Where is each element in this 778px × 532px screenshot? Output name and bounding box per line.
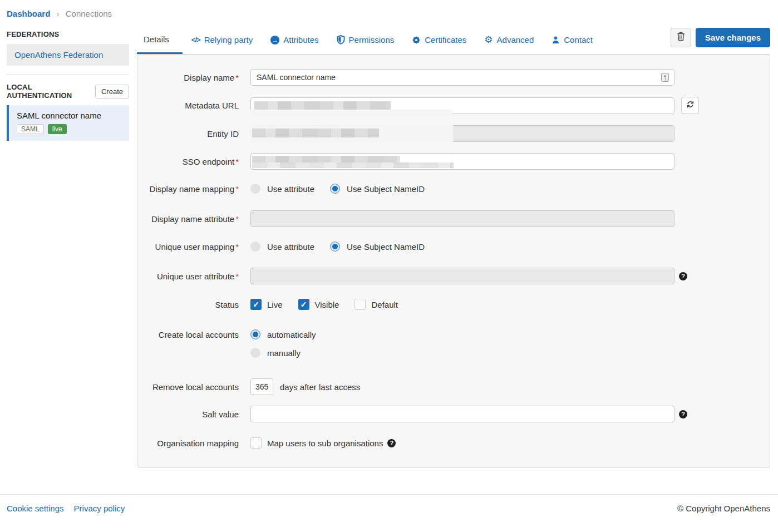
redacted-value — [254, 101, 391, 110]
visible-checkbox[interactable]: ✓ — [298, 299, 309, 310]
create-local-accounts-label: Create local accounts — [137, 330, 239, 339]
create-connection-button[interactable]: Create — [95, 85, 129, 98]
tab-contact-label: Contact — [564, 35, 593, 45]
create-local-accounts-row-2: manually — [137, 348, 770, 358]
tab-attributes[interactable]: → Attributes — [262, 26, 327, 54]
help-icon[interactable]: ? — [387, 439, 396, 447]
live-checkbox-label[interactable]: Live — [267, 300, 283, 309]
automatically-option-label[interactable]: automatically — [267, 330, 316, 339]
tab-permissions[interactable]: Permissions — [328, 26, 403, 54]
entity-id-label: Entity ID — [137, 129, 239, 139]
help-icon[interactable]: ? — [679, 272, 687, 280]
tab-details-label: Details — [144, 35, 169, 44]
tab-certificates-label: Certificates — [425, 35, 466, 45]
required-marker: * — [235, 214, 239, 224]
sidebar-item-saml-connector[interactable]: SAML connector name SAML live — [7, 105, 129, 141]
required-marker: * — [235, 272, 239, 281]
required-marker: * — [235, 184, 239, 194]
code-icon: </> — [191, 36, 200, 44]
metadata-url-row: Metadata URL — [137, 97, 770, 114]
breadcrumb: Dashboard › Connections — [0, 0, 778, 26]
unique-user-attribute-label: Unique user attribute* — [137, 272, 239, 281]
unique-user-attribute-input — [250, 268, 674, 284]
default-checkbox[interactable] — [354, 299, 366, 310]
arrow-circle-right-icon: → — [270, 36, 279, 45]
live-status-badge: live — [48, 124, 67, 134]
unique-user-use-subject-nameid-radio[interactable] — [330, 242, 340, 252]
tab-relying-party[interactable]: </> Relying party — [183, 26, 262, 54]
copyright-text: © Copyright OpenAthens — [677, 504, 770, 513]
display-name-mapping-row: Display name mapping* Use attribute Use … — [137, 184, 770, 194]
delete-button[interactable] — [671, 28, 691, 47]
salt-value-row: Salt value ? — [137, 406, 770, 422]
entity-id-row: Entity ID — [137, 125, 770, 142]
tab-relying-party-label: Relying party — [204, 35, 253, 45]
tab-attributes-label: Attributes — [283, 35, 318, 45]
cookie-settings-link[interactable]: Cookie settings — [7, 504, 64, 513]
sso-endpoint-row: SSO endpoint* — [137, 153, 770, 170]
live-checkbox[interactable]: ✓ — [250, 299, 262, 310]
display-name-attribute-row: Display name attribute* — [137, 210, 770, 227]
sidebar-divider — [7, 75, 129, 75]
manually-option-label[interactable]: manually — [267, 348, 301, 358]
redacted-value — [252, 129, 379, 137]
use-attribute-option-label[interactable]: Use attribute — [267, 184, 314, 194]
display-name-row: Display name* — [137, 69, 770, 86]
certificate-icon — [412, 36, 421, 45]
display-name-use-attribute-radio[interactable] — [250, 184, 260, 194]
breadcrumb-separator: › — [57, 9, 60, 18]
remove-accounts-days-input[interactable] — [250, 378, 273, 395]
unique-user-use-attribute-radio[interactable] — [250, 242, 260, 252]
required-marker: * — [235, 73, 239, 82]
create-local-accounts-row: Create local accounts automatically — [137, 329, 770, 339]
organisation-mapping-row: Organisation mapping Map users to sub or… — [137, 437, 770, 449]
privacy-policy-link[interactable]: Privacy policy — [74, 504, 125, 513]
password-manager-icon[interactable] — [661, 73, 669, 82]
create-accounts-automatically-radio[interactable] — [250, 329, 260, 339]
salt-value-label: Salt value — [137, 410, 239, 419]
default-checkbox-label[interactable]: Default — [371, 300, 398, 309]
use-subject-nameid-option-label[interactable]: Use Subject NameID — [347, 184, 425, 194]
tab-advanced[interactable]: ⚙ Advanced — [475, 26, 543, 54]
tab-permissions-label: Permissions — [349, 35, 395, 45]
unique-user-attribute-row: Unique user attribute* ? — [137, 268, 770, 284]
display-name-use-subject-nameid-radio[interactable] — [330, 184, 340, 194]
main-content: Details </> Relying party → Attributes P… — [137, 26, 770, 468]
display-name-attribute-label: Display name attribute* — [137, 214, 239, 224]
remove-accounts-suffix: days after last access — [280, 382, 360, 392]
tab-advanced-label: Advanced — [497, 35, 534, 45]
trash-icon — [677, 32, 685, 43]
connector-name: SAML connector name — [17, 111, 122, 120]
remove-local-accounts-label: Remove local accounts — [137, 382, 239, 392]
save-changes-button[interactable]: Save changes — [696, 28, 770, 47]
redacted-value — [252, 162, 454, 168]
map-sub-organisations-checkbox[interactable] — [250, 437, 262, 449]
help-icon[interactable]: ? — [679, 410, 687, 418]
details-form-panel: Display name* Metadata URL — [137, 55, 770, 468]
refresh-metadata-button[interactable] — [681, 97, 699, 114]
sidebar-item-openathens-federation[interactable]: OpenAthens Federation — [7, 44, 129, 66]
tab-certificates[interactable]: Certificates — [403, 26, 475, 54]
tab-details[interactable]: Details — [137, 26, 183, 54]
tab-bar: Details </> Relying party → Attributes P… — [137, 26, 770, 55]
status-row: Status ✓ Live ✓ Visible Default — [137, 299, 770, 310]
local-authentication-heading: LOCAL AUTHENTICATION — [7, 83, 95, 100]
display-name-label: Display name* — [137, 73, 239, 82]
sidebar: FEDERATIONS OpenAthens Federation LOCAL … — [7, 26, 129, 141]
user-icon — [552, 36, 560, 44]
visible-checkbox-label[interactable]: Visible — [315, 300, 339, 309]
breadcrumb-dashboard-link[interactable]: Dashboard — [7, 9, 50, 18]
display-name-input[interactable] — [250, 69, 674, 86]
map-sub-organisations-label[interactable]: Map users to sub organisations — [267, 439, 383, 448]
unique-user-mapping-label: Unique user mapping* — [137, 242, 239, 252]
salt-value-input[interactable] — [250, 406, 674, 422]
use-subject-nameid-option-label[interactable]: Use Subject NameID — [347, 242, 425, 252]
saml-type-badge: SAML — [17, 124, 44, 134]
tab-contact[interactable]: Contact — [543, 26, 602, 54]
federations-heading: FEDERATIONS — [7, 30, 129, 38]
use-attribute-option-label[interactable]: Use attribute — [267, 242, 314, 252]
required-marker: * — [235, 157, 239, 166]
create-accounts-manually-radio[interactable] — [250, 348, 260, 358]
metadata-url-label: Metadata URL — [137, 101, 239, 110]
gear-icon: ⚙ — [484, 35, 493, 45]
